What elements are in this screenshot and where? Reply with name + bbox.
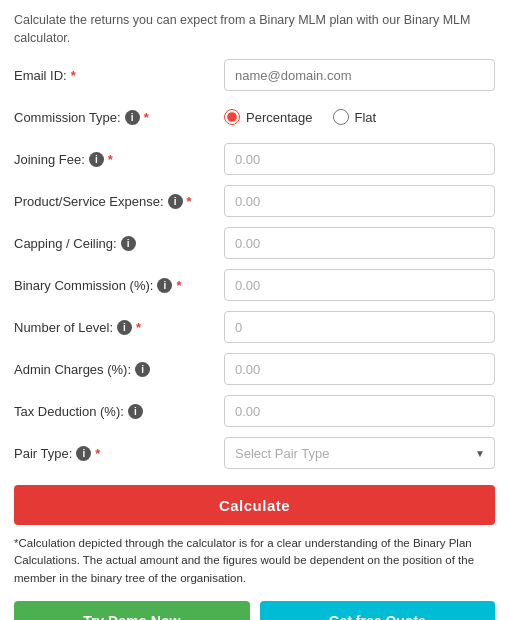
joining-fee-required: *: [108, 152, 113, 167]
number-of-level-required: *: [136, 320, 141, 335]
admin-charges-input-col: [224, 353, 495, 385]
binary-commission-info-icon[interactable]: i: [157, 278, 172, 293]
pair-type-input-col: Select Pair Type 1:1 2:1 1:2: [224, 437, 495, 469]
capping-label: Capping / Ceiling: i: [14, 236, 224, 251]
capping-info-icon[interactable]: i: [121, 236, 136, 251]
number-of-level-row: Number of Level: i *: [14, 311, 495, 343]
pair-type-row: Pair Type: i * Select Pair Type 1:1 2:1 …: [14, 437, 495, 469]
pair-type-info-icon[interactable]: i: [76, 446, 91, 461]
tax-deduction-info-icon[interactable]: i: [128, 404, 143, 419]
product-expense-input[interactable]: [224, 185, 495, 217]
joining-fee-row: Joining Fee: i *: [14, 143, 495, 175]
tax-deduction-input-col: [224, 395, 495, 427]
binary-commission-row: Binary Commission (%): i *: [14, 269, 495, 301]
flat-option[interactable]: Flat: [333, 109, 377, 125]
quote-button[interactable]: Get free Quote: [260, 601, 496, 620]
capping-input-col: [224, 227, 495, 259]
email-input[interactable]: [224, 59, 495, 91]
product-expense-required: *: [187, 194, 192, 209]
percentage-option[interactable]: Percentage: [224, 109, 313, 125]
product-expense-info-icon[interactable]: i: [168, 194, 183, 209]
pair-type-required: *: [95, 446, 100, 461]
product-expense-input-col: [224, 185, 495, 217]
joining-fee-input-col: [224, 143, 495, 175]
disclaimer-text: *Calculation depicted through the calcul…: [14, 535, 495, 587]
demo-button[interactable]: Try Demo Now: [14, 601, 250, 620]
joining-fee-label: Joining Fee: i *: [14, 152, 224, 167]
joining-fee-info-icon[interactable]: i: [89, 152, 104, 167]
pair-type-select[interactable]: Select Pair Type 1:1 2:1 1:2: [224, 437, 495, 469]
commission-type-required: *: [144, 110, 149, 125]
binary-commission-input[interactable]: [224, 269, 495, 301]
calculate-button[interactable]: Calculate: [14, 485, 495, 525]
binary-commission-required: *: [176, 278, 181, 293]
commission-type-info-icon[interactable]: i: [125, 110, 140, 125]
email-input-col: [224, 59, 495, 91]
email-required: *: [71, 68, 76, 83]
email-label: Email ID: *: [14, 68, 224, 83]
commission-type-label: Commission Type: i *: [14, 110, 224, 125]
product-expense-row: Product/Service Expense: i *: [14, 185, 495, 217]
commission-type-row: Commission Type: i * Percentage Flat: [14, 101, 495, 133]
email-row: Email ID: *: [14, 59, 495, 91]
joining-fee-input[interactable]: [224, 143, 495, 175]
number-of-level-input-col: [224, 311, 495, 343]
percentage-radio[interactable]: [224, 109, 240, 125]
commission-type-radio-group: Percentage Flat: [224, 109, 495, 125]
percentage-label: Percentage: [246, 110, 313, 125]
product-expense-label: Product/Service Expense: i *: [14, 194, 224, 209]
admin-charges-info-icon[interactable]: i: [135, 362, 150, 377]
binary-commission-label: Binary Commission (%): i *: [14, 278, 224, 293]
flat-radio[interactable]: [333, 109, 349, 125]
admin-charges-input[interactable]: [224, 353, 495, 385]
bottom-buttons: Try Demo Now Get free Quote: [14, 601, 495, 620]
tax-deduction-label: Tax Deduction (%): i: [14, 404, 224, 419]
binary-commission-input-col: [224, 269, 495, 301]
intro-text: Calculate the returns you can expect fro…: [14, 12, 495, 47]
tax-deduction-row: Tax Deduction (%): i: [14, 395, 495, 427]
flat-label: Flat: [355, 110, 377, 125]
admin-charges-label: Admin Charges (%): i: [14, 362, 224, 377]
number-of-level-label: Number of Level: i *: [14, 320, 224, 335]
pair-type-label: Pair Type: i *: [14, 446, 224, 461]
capping-row: Capping / Ceiling: i: [14, 227, 495, 259]
tax-deduction-input[interactable]: [224, 395, 495, 427]
pair-type-select-wrapper: Select Pair Type 1:1 2:1 1:2: [224, 437, 495, 469]
admin-charges-row: Admin Charges (%): i: [14, 353, 495, 385]
commission-type-input-col: Percentage Flat: [224, 109, 495, 125]
number-of-level-input[interactable]: [224, 311, 495, 343]
capping-input[interactable]: [224, 227, 495, 259]
number-of-level-info-icon[interactable]: i: [117, 320, 132, 335]
